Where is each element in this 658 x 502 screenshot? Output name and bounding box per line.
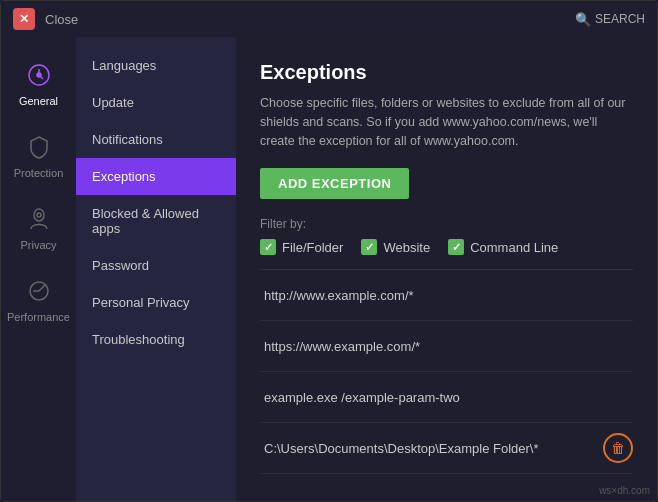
delete-button-4[interactable]: 🗑 xyxy=(603,433,633,463)
nav-item-blocked-allowed[interactable]: Blocked & Allowed apps xyxy=(76,195,236,247)
nav-item-languages[interactable]: Languages xyxy=(76,47,236,84)
filter-options: File/Folder Website Command Line xyxy=(260,239,633,255)
delete-icon-4: 🗑 xyxy=(611,440,625,456)
checkbox-website[interactable] xyxy=(361,239,377,255)
exception-value-1: http://www.example.com/* xyxy=(260,288,603,303)
exception-item-4: C:\Users\Documents\Desktop\Example Folde… xyxy=(260,423,633,474)
exception-item-3: example.exe /example-param-two 🗑 xyxy=(260,372,633,423)
page-title: Exceptions xyxy=(260,61,633,84)
sidebar: General Protection Pri xyxy=(1,37,76,501)
nav-item-troubleshooting[interactable]: Troubleshooting xyxy=(76,321,236,358)
search-area[interactable]: 🔍 SEARCH xyxy=(575,12,645,27)
filter-label: Filter by: xyxy=(260,217,633,231)
sidebar-item-performance[interactable]: Performance xyxy=(1,263,76,335)
checkbox-command-line[interactable] xyxy=(448,239,464,255)
nav-item-password[interactable]: Password xyxy=(76,247,236,284)
add-exception-button[interactable]: ADD EXCEPTION xyxy=(260,168,409,199)
protection-icon xyxy=(23,131,55,163)
filter-command-line[interactable]: Command Line xyxy=(448,239,558,255)
performance-icon xyxy=(23,275,55,307)
filter-website-label: Website xyxy=(383,240,430,255)
general-icon xyxy=(23,59,55,91)
content-description: Choose specific files, folders or websit… xyxy=(260,94,633,150)
app-window: ✕ Close 🔍 SEARCH General xyxy=(0,0,658,502)
sidebar-item-privacy[interactable]: Privacy xyxy=(1,191,76,263)
exception-value-2: https://www.example.com/* xyxy=(260,339,603,354)
watermark: ws×dh.com xyxy=(599,485,650,496)
sidebar-item-protection[interactable]: Protection xyxy=(1,119,76,191)
content-panel: Exceptions Choose specific files, folder… xyxy=(236,37,657,501)
checkbox-file-folder[interactable] xyxy=(260,239,276,255)
filter-section: Filter by: File/Folder Website Command L… xyxy=(260,217,633,255)
nav-item-update[interactable]: Update xyxy=(76,84,236,121)
main-content: General Protection Pri xyxy=(1,37,657,501)
sidebar-label-protection: Protection xyxy=(14,167,64,179)
nav-item-notifications[interactable]: Notifications xyxy=(76,121,236,158)
filter-file-folder-label: File/Folder xyxy=(282,240,343,255)
exception-item-2: https://www.example.com/* 🗑 xyxy=(260,321,633,372)
sidebar-label-general: General xyxy=(19,95,58,107)
exception-value-4: C:\Users\Documents\Desktop\Example Folde… xyxy=(260,441,603,456)
title-bar-text: Close xyxy=(45,12,575,27)
close-button[interactable]: ✕ xyxy=(13,8,35,30)
search-label: SEARCH xyxy=(595,12,645,26)
svg-point-1 xyxy=(37,73,41,77)
sidebar-label-performance: Performance xyxy=(7,311,70,323)
close-icon: ✕ xyxy=(19,12,29,26)
svg-point-3 xyxy=(37,213,41,217)
svg-point-2 xyxy=(34,209,44,221)
sidebar-label-privacy: Privacy xyxy=(20,239,56,251)
exception-value-3: example.exe /example-param-two xyxy=(260,390,603,405)
privacy-icon xyxy=(23,203,55,235)
nav-item-personal-privacy[interactable]: Personal Privacy xyxy=(76,284,236,321)
search-icon: 🔍 xyxy=(575,12,591,27)
filter-file-folder[interactable]: File/Folder xyxy=(260,239,343,255)
nav-item-exceptions[interactable]: Exceptions xyxy=(76,158,236,195)
filter-website[interactable]: Website xyxy=(361,239,430,255)
exception-list: http://www.example.com/* 🗑 https://www.e… xyxy=(260,269,633,474)
exception-item-1: http://www.example.com/* 🗑 xyxy=(260,270,633,321)
nav-menu: Languages Update Notifications Exception… xyxy=(76,37,236,501)
title-bar: ✕ Close 🔍 SEARCH xyxy=(1,1,657,37)
sidebar-item-general[interactable]: General xyxy=(1,47,76,119)
filter-command-line-label: Command Line xyxy=(470,240,558,255)
